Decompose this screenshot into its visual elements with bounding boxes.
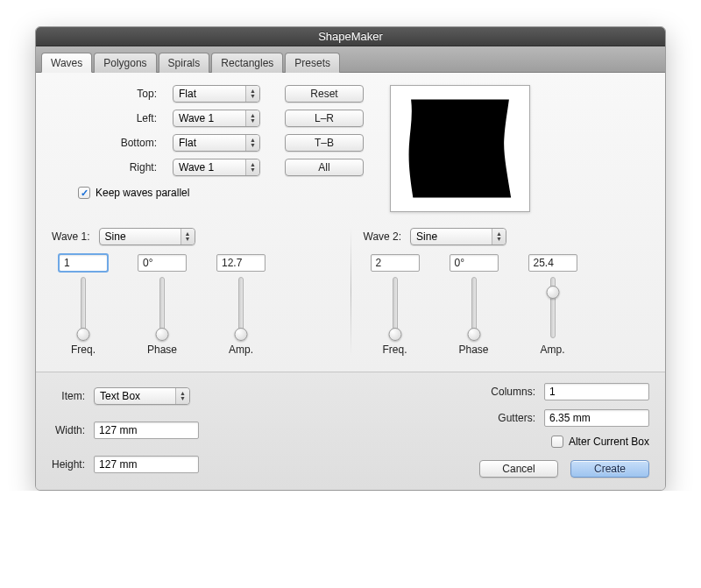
wave1-phase-input[interactable]: 0° xyxy=(138,254,187,272)
wave1-phase-label: Phase xyxy=(147,344,177,356)
select-top-value: Flat xyxy=(179,88,196,100)
select-right-value: Wave 1 xyxy=(179,161,214,174)
height-input[interactable]: 127 mm xyxy=(94,456,199,473)
label-right: Right: xyxy=(52,161,157,174)
chevron-updown-icon: ▲▼ xyxy=(245,159,259,175)
select-top[interactable]: Flat ▲▼ xyxy=(173,85,260,103)
label-columns: Columns: xyxy=(479,386,535,398)
wave2-freq-slider[interactable] xyxy=(393,277,398,338)
label-gutters: Gutters: xyxy=(479,412,535,424)
wave2-group: Wave 2: Sine ▲▼ 2 Freq. 0° Ph xyxy=(364,228,650,356)
width-input[interactable]: 127 mm xyxy=(94,422,199,439)
alter-current-box-checkbox[interactable] xyxy=(551,436,563,448)
label-bottom: Bottom: xyxy=(52,137,157,149)
item-select[interactable]: Text Box ▲▼ xyxy=(94,387,190,405)
wave1-amp-slider[interactable] xyxy=(238,277,244,338)
wave1-freq-slider[interactable] xyxy=(81,277,86,338)
wave2-type-value: Sine xyxy=(416,230,437,243)
tab-polygons[interactable]: Polygons xyxy=(94,53,156,73)
wave1-type-value: Sine xyxy=(105,230,126,243)
tab-waves[interactable]: Waves xyxy=(41,53,92,73)
window-title: ShapeMaker xyxy=(36,27,665,46)
tab-rectangles[interactable]: Rectangles xyxy=(211,53,283,73)
wave1-freq-input[interactable]: 1 xyxy=(59,254,108,272)
columns-input[interactable]: 1 xyxy=(544,383,649,400)
keep-parallel-checkbox[interactable] xyxy=(78,187,90,199)
chevron-updown-icon: ▲▼ xyxy=(175,388,189,404)
tb-button[interactable]: T–B xyxy=(285,134,364,152)
wave1-type-select[interactable]: Sine ▲▼ xyxy=(99,228,195,245)
wave2-freq-input[interactable]: 2 xyxy=(371,254,420,272)
all-button[interactable]: All xyxy=(285,159,364,176)
wave2-amp-slider[interactable] xyxy=(550,277,556,338)
wave1-amp-input[interactable]: 12.7 xyxy=(216,254,266,272)
chevron-updown-icon: ▲▼ xyxy=(492,229,506,244)
wave2-amp-label: Amp. xyxy=(540,344,564,356)
wave1-group: Wave 1: Sine ▲▼ 1 Freq. 0° Ph xyxy=(52,228,338,356)
select-left[interactable]: Wave 1 ▲▼ xyxy=(173,110,260,127)
select-left-value: Wave 1 xyxy=(179,112,214,124)
reset-button[interactable]: Reset xyxy=(285,85,364,103)
label-left: Left: xyxy=(52,112,157,124)
wave-divider xyxy=(350,228,351,356)
chevron-updown-icon: ▲▼ xyxy=(245,110,259,126)
chevron-updown-icon: ▲▼ xyxy=(181,229,195,244)
label-top: Top: xyxy=(52,88,157,100)
lr-button[interactable]: L–R xyxy=(285,110,364,127)
shape-preview xyxy=(390,85,530,212)
label-width: Width: xyxy=(52,424,85,436)
wave1-phase-slider[interactable] xyxy=(159,277,165,338)
wave2-type-select[interactable]: Sine ▲▼ xyxy=(410,228,506,245)
wave2-amp-input[interactable]: 25.4 xyxy=(528,254,577,272)
cancel-button[interactable]: Cancel xyxy=(479,460,558,478)
shape-preview-svg xyxy=(400,95,520,202)
label-item: Item: xyxy=(52,390,85,402)
wave1-amp-label: Amp. xyxy=(229,344,253,356)
create-button[interactable]: Create xyxy=(570,460,649,478)
wave1-label: Wave 1: xyxy=(52,230,90,243)
gutters-input[interactable]: 6.35 mm xyxy=(544,409,649,427)
wave2-label: Wave 2: xyxy=(364,230,402,243)
alter-current-box-label: Alter Current Box xyxy=(569,436,649,448)
wave2-phase-label: Phase xyxy=(458,344,488,356)
wave2-freq-label: Freq. xyxy=(382,344,407,356)
wave2-phase-input[interactable]: 0° xyxy=(450,254,499,272)
select-right[interactable]: Wave 1 ▲▼ xyxy=(173,159,260,176)
keep-parallel-label: Keep waves parallel xyxy=(96,187,189,199)
waves-pane: Top: Flat ▲▼ Reset Left: Wave 1 ▲▼ L–R B… xyxy=(36,73,665,372)
item-value: Text Box xyxy=(100,390,140,402)
label-height: Height: xyxy=(52,458,85,471)
dialog-footer: Item: Text Box ▲▼ Width: 127 mm Height: … xyxy=(36,372,665,490)
tab-spirals[interactable]: Spirals xyxy=(159,53,210,73)
select-bottom[interactable]: Flat ▲▼ xyxy=(173,134,260,152)
wave1-freq-label: Freq. xyxy=(71,344,96,356)
shapemaker-dialog: ShapeMaker Waves Polygons Spirals Rectan… xyxy=(35,26,666,491)
chevron-updown-icon: ▲▼ xyxy=(245,135,259,151)
chevron-updown-icon: ▲▼ xyxy=(245,86,259,102)
tab-presets[interactable]: Presets xyxy=(285,53,340,73)
select-bottom-value: Flat xyxy=(179,137,196,149)
wave2-phase-slider[interactable] xyxy=(471,277,477,338)
tab-bar: Waves Polygons Spirals Rectangles Preset… xyxy=(36,46,665,73)
